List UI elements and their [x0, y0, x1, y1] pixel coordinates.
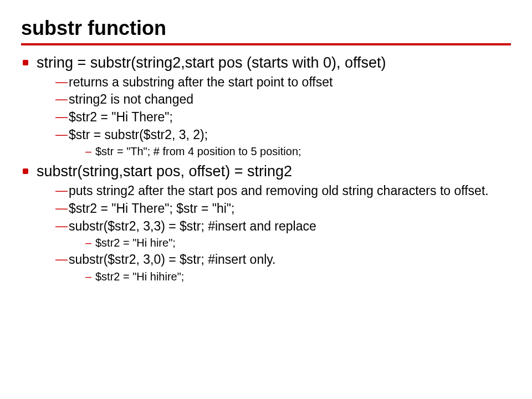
- list-item: string = substr(string2,start pos (start…: [21, 53, 511, 160]
- list-item-text: $str = substr($str2, 3, 2);: [69, 127, 208, 142]
- bullet-list-level2: puts string2 after the start pos and rem…: [37, 182, 511, 285]
- list-item-text: string2 is not changed: [69, 92, 193, 106]
- list-item-text: $str2 = "Hi There"; $str = "hi";: [69, 201, 234, 216]
- list-item-text: returns a substring after the start poin…: [69, 75, 332, 89]
- slide: substr function string = substr(string2,…: [0, 0, 532, 298]
- bullet-list-level1: string = substr(string2,start pos (start…: [21, 53, 511, 285]
- list-item-text: substr($str2, 3,3) = $str; #insert and r…: [69, 219, 316, 233]
- list-item-text: substr($str2, 3,0) = $str; #insert only.: [69, 252, 275, 267]
- list-item-text: $str2 = "Hi hihire";: [95, 270, 184, 283]
- list-item-text: substr(string,start pos, offset) = strin…: [37, 163, 292, 180]
- list-item: $str2 = "Hi There";: [55, 109, 511, 126]
- list-item: string2 is not changed: [55, 91, 511, 109]
- list-item: substr($str2, 3,3) = $str; #insert and r…: [55, 218, 511, 252]
- bullet-list-level3: $str = "Th"; # from 4 position to 5 posi…: [69, 144, 511, 160]
- list-item: $str2 = "Hi hire";: [85, 235, 511, 251]
- list-item-text: $str = "Th"; # from 4 position to 5 posi…: [95, 145, 301, 157]
- slide-title: substr function: [21, 17, 511, 40]
- list-item-text: string = substr(string2,start pos (start…: [37, 54, 386, 71]
- bullet-list-level3: $str2 = "Hi hire";: [69, 235, 511, 251]
- list-item: substr(string,start pos, offset) = strin…: [21, 162, 511, 284]
- list-item-text: $str2 = "Hi There";: [69, 110, 173, 124]
- list-item: substr($str2, 3,0) = $str; #insert only.…: [55, 251, 511, 285]
- list-item: $str2 = "Hi hihire";: [85, 269, 511, 285]
- bullet-list-level3: $str2 = "Hi hihire";: [69, 269, 511, 285]
- list-item-text: $str2 = "Hi hire";: [95, 237, 176, 249]
- title-underline: [21, 43, 511, 45]
- bullet-list-level2: returns a substring after the start poin…: [37, 74, 511, 160]
- list-item: $str2 = "Hi There"; $str = "hi";: [55, 200, 511, 218]
- list-item: $str = "Th"; # from 4 position to 5 posi…: [85, 144, 511, 160]
- list-item-text: puts string2 after the start pos and rem…: [69, 183, 489, 198]
- list-item: $str = substr($str2, 3, 2); $str = "Th";…: [55, 126, 511, 160]
- list-item: puts string2 after the start pos and rem…: [55, 182, 511, 200]
- list-item: returns a substring after the start poin…: [55, 74, 511, 91]
